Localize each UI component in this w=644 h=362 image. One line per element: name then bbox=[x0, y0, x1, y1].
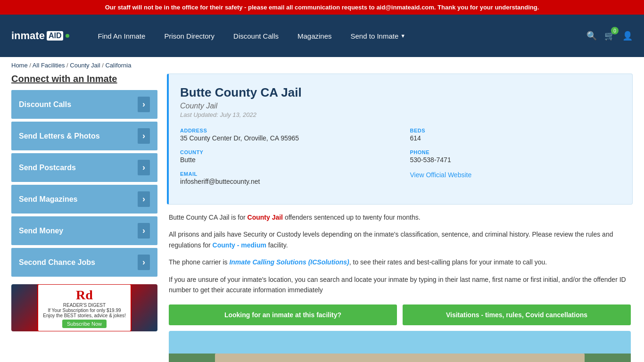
action-buttons: Looking for an inmate at this facility? … bbox=[169, 304, 631, 325]
facility-building bbox=[215, 354, 585, 362]
chevron-right-icon: › bbox=[138, 223, 150, 239]
sidebar-discount-calls[interactable]: Discount Calls › bbox=[11, 90, 157, 119]
banner-text: Our staff will not be in the office for … bbox=[105, 4, 539, 11]
county-block: COUNTY Butte bbox=[180, 149, 391, 164]
facility-image bbox=[169, 331, 631, 362]
beds-value: 614 bbox=[410, 134, 621, 142]
county-medium-link[interactable]: County - medium bbox=[213, 241, 266, 249]
phone-block: PHONE 530-538-7471 bbox=[410, 149, 621, 164]
address-value: 35 County Center Dr, Oroville, CA 95965 bbox=[180, 134, 391, 142]
ad-banner[interactable]: Rd READER'S DIGEST If Your Subscription … bbox=[11, 284, 157, 331]
nav-prison-directory[interactable]: Prison Directory bbox=[155, 15, 224, 57]
facility-description: Butte County CA Jail is for County Jail … bbox=[167, 212, 633, 362]
desc-para-3: The phone carrier is Inmate Calling Solu… bbox=[169, 257, 631, 267]
facility-card: Butte County CA Jail County Jail Last Up… bbox=[167, 74, 633, 205]
chevron-right-icon: › bbox=[138, 97, 150, 112]
beds-label: BEDS bbox=[410, 128, 621, 133]
sidebar-send-letters[interactable]: Send Letters & Photos › bbox=[11, 122, 157, 150]
phone-value: 530-538-7471 bbox=[410, 156, 621, 164]
breadcrumb: Home / All Facilities / County Jail / Ca… bbox=[0, 57, 644, 74]
sidebar-second-chance[interactable]: Second Chance Jobs › bbox=[11, 248, 157, 277]
email-block: EMAIL infosheriff@buttecounty.net bbox=[180, 171, 391, 185]
main-layout: Connect with an Inmate Discount Calls › … bbox=[0, 74, 644, 362]
subscribe-button[interactable]: Subscribe Now bbox=[62, 320, 107, 328]
ad-logo: Rd bbox=[43, 288, 126, 303]
cart-badge: 0 bbox=[611, 27, 619, 34]
desc-para-4: If you are unsure of your inmate's locat… bbox=[169, 274, 631, 296]
nav-discount-calls[interactable]: Discount Calls bbox=[224, 15, 288, 57]
facility-name: Butte County CA Jail bbox=[180, 85, 621, 100]
chevron-right-icon: › bbox=[138, 160, 150, 175]
ad-line1: If Your Subscription for only $19.99 bbox=[43, 308, 126, 313]
nav-magazines[interactable]: Magazines bbox=[288, 15, 341, 57]
desc-para-1: Butte County CA Jail is for County Jail … bbox=[169, 212, 631, 222]
logo-aid: AID bbox=[47, 31, 64, 41]
breadcrumb-home[interactable]: Home bbox=[11, 62, 28, 69]
ics-link[interactable]: Inmate Calling Solutions (ICSolutions) bbox=[229, 258, 349, 266]
address-label: ADDRESS bbox=[180, 128, 391, 133]
visitations-button[interactable]: Visitations - times, rules, Covid cancel… bbox=[403, 304, 631, 325]
email-value: infosheriff@buttecounty.net bbox=[180, 178, 391, 185]
logo-dot bbox=[66, 34, 69, 38]
website-link[interactable]: View Official Website bbox=[410, 171, 472, 179]
desc-para-2: All prisons and jails have Security or C… bbox=[169, 229, 631, 250]
sidebar-send-magazines[interactable]: Send Magazines › bbox=[11, 185, 157, 214]
logo-prefix: inmate bbox=[11, 30, 45, 42]
content-area: Butte County CA Jail County Jail Last Up… bbox=[167, 74, 633, 362]
sidebar-send-money[interactable]: Send Money › bbox=[11, 216, 157, 245]
find-inmate-button[interactable]: Looking for an inmate at this facility? bbox=[169, 304, 397, 325]
chevron-right-icon: › bbox=[138, 191, 150, 207]
ad-subtitle: READER'S DIGEST bbox=[43, 303, 126, 308]
sidebar-title: Connect with an Inmate bbox=[11, 74, 157, 84]
breadcrumb-california[interactable]: California bbox=[105, 62, 131, 69]
beds-block: BEDS 614 bbox=[410, 128, 621, 142]
ad-line2: Enjoy the BEST stories, advice & jokes! bbox=[43, 313, 126, 318]
phone-label: PHONE bbox=[410, 149, 621, 155]
breadcrumb-all-facilities[interactable]: All Facilities bbox=[33, 62, 65, 69]
county-label: COUNTY bbox=[180, 149, 391, 155]
facility-updated: Last Updated: July 13, 2022 bbox=[180, 111, 621, 118]
breadcrumb-county-jail[interactable]: County Jail bbox=[70, 62, 100, 69]
search-icon[interactable]: 🔍 bbox=[586, 31, 597, 41]
ad-content: Rd READER'S DIGEST If Your Subscription … bbox=[37, 284, 132, 331]
chevron-right-icon: › bbox=[138, 128, 150, 144]
main-nav: Find An Inmate Prison Directory Discount… bbox=[88, 15, 586, 57]
nav-send-to-inmate[interactable]: Send to Inmate ▼ bbox=[341, 15, 415, 57]
sidebar-send-postcards[interactable]: Send Postcards › bbox=[11, 153, 157, 182]
website-block: View Official Website bbox=[410, 171, 621, 185]
chevron-right-icon: › bbox=[138, 255, 150, 270]
sidebar: Connect with an Inmate Discount Calls › … bbox=[11, 74, 157, 362]
facility-info-grid: ADDRESS 35 County Center Dr, Oroville, C… bbox=[180, 128, 621, 185]
county-value: Butte bbox=[180, 156, 391, 164]
nav-find-inmate[interactable]: Find An Inmate bbox=[88, 15, 155, 57]
user-icon[interactable]: 👤 bbox=[622, 31, 633, 41]
logo[interactable]: inmate AID bbox=[11, 30, 69, 42]
county-jail-link[interactable]: County Jail bbox=[248, 214, 283, 221]
cart-icon[interactable]: 🛒 0 bbox=[604, 31, 615, 41]
chevron-down-icon: ▼ bbox=[400, 33, 405, 39]
header: inmate AID Find An Inmate Prison Directo… bbox=[0, 15, 644, 57]
email-label: EMAIL bbox=[180, 171, 391, 177]
nav-icons: 🔍 🛒 0 👤 bbox=[586, 31, 633, 41]
alert-banner: Our staff will not be in the office for … bbox=[0, 0, 644, 15]
facility-type: County Jail bbox=[180, 102, 621, 110]
address-block: ADDRESS 35 County Center Dr, Oroville, C… bbox=[180, 128, 391, 142]
